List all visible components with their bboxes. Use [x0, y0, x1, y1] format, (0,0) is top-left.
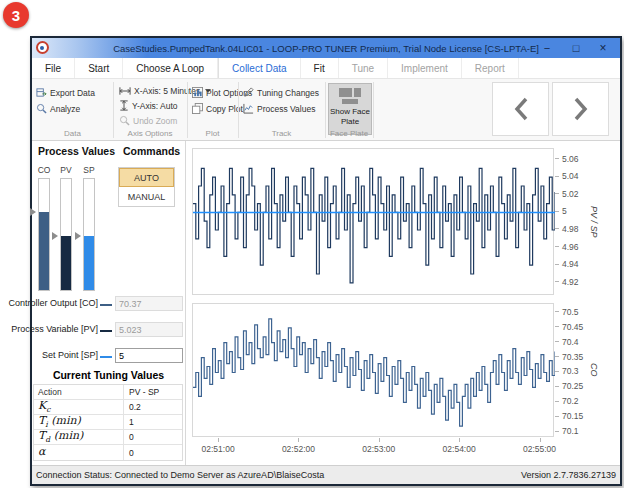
sp-bar-label: SP: [77, 165, 101, 175]
tuning-row-td: Td (min) 0: [34, 430, 182, 445]
y-tick-mark: [555, 158, 559, 159]
copy-plot-button[interactable]: Copy Plot: [192, 102, 243, 115]
sp-bar-fill: [84, 236, 94, 290]
manual-button[interactable]: MANUAL: [119, 187, 174, 206]
export-data-label: Export Data: [50, 88, 95, 98]
tab-implement: Implement: [388, 58, 462, 78]
next-page-button[interactable]: [552, 82, 609, 136]
analyze-label: Analyze: [50, 104, 80, 114]
x-axis-icon: [119, 86, 131, 96]
tab-choose-a-loop[interactable]: Choose A Loop: [123, 58, 218, 78]
pv-bar-track: [60, 178, 72, 291]
minimize-button[interactable]: −: [534, 38, 560, 58]
analyze-button[interactable]: Analyze: [36, 102, 80, 115]
x-tick-mark: [379, 438, 380, 442]
tuning-row-alpha: α 0: [34, 445, 182, 460]
y-tick-mark: [555, 228, 559, 229]
group-label-axis-options: Axis Options: [113, 129, 187, 138]
y-axis-item[interactable]: Y-Axis: Auto: [119, 99, 178, 112]
maximize-button[interactable]: □: [563, 38, 589, 58]
y-tick-label: 70.35: [562, 352, 583, 362]
process-variable-row: Process Variable [PV]: [32, 322, 185, 338]
co-bar-track: [38, 178, 50, 291]
y-tick-label: 5.06: [562, 154, 579, 164]
tuning-changes-label: Tuning Changes: [257, 88, 319, 98]
tab-start[interactable]: Start: [75, 58, 123, 78]
y-axis-icon: [119, 100, 129, 111]
tuning-row-ti: Ti (min) 1: [34, 415, 182, 430]
x-tick-label: 02:54:00: [433, 444, 485, 454]
sp-bar-track: [83, 178, 95, 291]
x-tick-mark: [540, 438, 541, 442]
undo-zoom-icon: [119, 115, 130, 126]
app-logo-icon: [36, 41, 49, 54]
close-button[interactable]: ×: [590, 38, 616, 58]
undo-zoom-label: Undo Zoom: [133, 116, 177, 126]
kc-value: 0.2: [124, 402, 182, 412]
y-tick-mark: [555, 176, 559, 177]
set-point-input[interactable]: [115, 348, 183, 363]
connection-status: Connection Status: Connected to Demo Ser…: [36, 470, 324, 480]
annotation-badge: 3: [3, 2, 29, 28]
tuning-header-row: Action PV - SP: [34, 385, 182, 400]
status-bar: Connection Status: Connected to Demo Ser…: [32, 465, 620, 484]
previous-page-button[interactable]: [492, 82, 549, 136]
pv-sp-plot[interactable]: [192, 148, 554, 295]
x-tick-label: 02:52:00: [272, 444, 324, 454]
pv-chart-svg: [193, 149, 555, 296]
y-tick-mark: [555, 371, 559, 372]
tab-collect-data[interactable]: Collect Data: [218, 58, 300, 78]
group-label-data: Data: [32, 129, 113, 138]
x-tick-mark: [298, 438, 299, 442]
y-tick-mark: [555, 311, 559, 312]
screenshot-stage: 3 CaseStudies.PumpedTank.04LIC01 - LOOP-…: [0, 0, 624, 488]
group-label-plot: Plot: [187, 129, 238, 138]
tuning-changes-button[interactable]: Tuning Changes: [243, 86, 319, 99]
process-variable-label: Process Variable [PV]: [11, 324, 98, 334]
tab-fit[interactable]: Fit: [301, 58, 339, 78]
ribbon-separator: [373, 82, 374, 138]
show-face-plate-button[interactable]: Show Face Plate: [328, 83, 372, 135]
y-tick-label: 70.2: [562, 396, 579, 406]
y-tick-mark: [555, 401, 559, 402]
auto-button[interactable]: AUTO: [119, 168, 174, 187]
pv-bar-marker-icon: [52, 232, 58, 240]
x-tick-label: 02:55:00: [514, 444, 566, 454]
pv-bar-label: PV: [54, 165, 78, 175]
commands-title: Commands: [123, 145, 180, 157]
x-tick-label: 02:53:00: [353, 444, 405, 454]
export-data-button[interactable]: Export Data: [36, 86, 95, 99]
co-plot[interactable]: [192, 303, 554, 437]
y-tick-label: 70.45: [562, 322, 583, 332]
current-tuning-values-title: Current Tuning Values: [32, 369, 185, 381]
plot-options-icon: [192, 87, 203, 98]
y-tick-label: 70.4: [562, 337, 579, 347]
y-tick-mark: [555, 386, 559, 387]
command-buttons: AUTO MANUAL: [118, 167, 175, 207]
trend-charts: PV / SP CO 5.065.045.0254.984.964.944.92…: [185, 141, 620, 465]
process-values-title: Process Values: [38, 145, 115, 157]
sp-bar-marker-icon: [75, 232, 81, 240]
y-tick-label: 70.15: [562, 411, 583, 421]
y-tick-mark: [555, 326, 559, 327]
version-label: Version 2.7.7836.27139: [521, 470, 616, 480]
set-point-row: Set Point [SP]: [32, 348, 185, 364]
sp-legend-dash: [100, 356, 112, 358]
controller-output-row: Controller Output [CO]: [32, 296, 185, 312]
tuning-changes-icon: [243, 87, 254, 98]
group-label-face-plate: Face Plate: [325, 129, 373, 138]
controller-output-label: Controller Output [CO]: [8, 298, 98, 308]
title-bar[interactable]: CaseStudies.PumpedTank.04LIC01 - LOOP-PR…: [32, 38, 620, 58]
tuning-col-action: Action: [34, 385, 124, 399]
process-values-button[interactable]: Process Values: [243, 102, 315, 115]
group-label-track: Track: [238, 129, 325, 138]
chevron-left-icon: [512, 96, 530, 122]
process-values-label: Process Values: [257, 104, 315, 114]
y-tick-mark: [555, 341, 559, 342]
y-tick-label: 70.3: [562, 366, 579, 376]
tab-file[interactable]: File: [32, 58, 75, 78]
ribbon: Export Data Analyze Data X-Axis: 5 Minut…: [32, 79, 620, 141]
y-tick-label: 4.92: [562, 277, 579, 287]
undo-zoom-button: Undo Zoom: [119, 114, 177, 127]
x-tick-label: 02:51:00: [192, 444, 244, 454]
